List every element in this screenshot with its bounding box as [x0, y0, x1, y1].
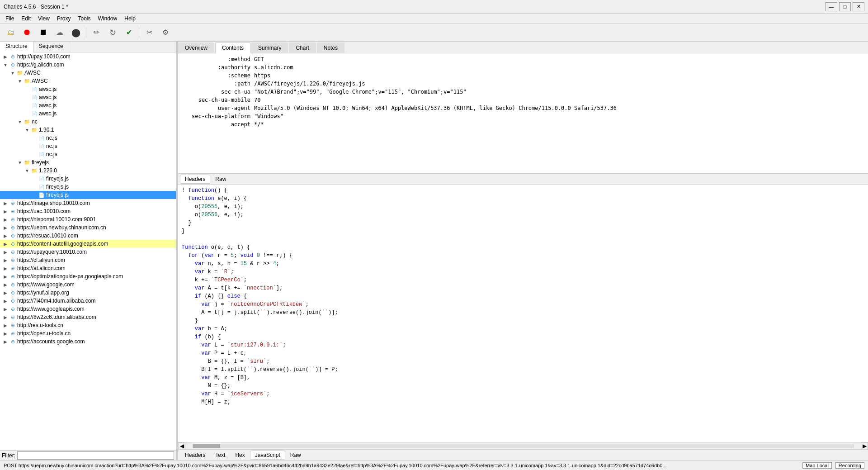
- minimize-button[interactable]: —: [826, 2, 837, 11]
- bottom-sub-tab-hex[interactable]: Hex: [230, 451, 250, 460]
- tab-overview[interactable]: Overview: [178, 43, 214, 53]
- expand-icon[interactable]: ▶: [2, 313, 9, 321]
- tree-item-upay[interactable]: ▶ ⊕ http://upay.10010.com: [0, 52, 176, 61]
- tree-item-google[interactable]: ▶ ⊕ https://www.google.com: [0, 280, 176, 289]
- menu-edit[interactable]: Edit: [18, 14, 34, 23]
- tree-item-fireyejs-version[interactable]: ▼ 📁 1.226.0: [0, 166, 176, 175]
- tree-item-fireyejs-js3[interactable]: ▶ 📄 fireyejs.js: [0, 191, 176, 199]
- tree-item-fireyejs-js1[interactable]: ▶ 📄 fireyejs.js: [0, 175, 176, 183]
- menu-proxy[interactable]: Proxy: [53, 14, 75, 23]
- expand-icon[interactable]: ▶: [2, 216, 9, 223]
- tree-container[interactable]: ▶ ⊕ http://upay.10010.com ▼ ⊕ https://g.…: [0, 52, 176, 450]
- tree-item-at-alicdn[interactable]: ▶ ⊕ https://at.alicdn.com: [0, 264, 176, 272]
- expand-icon[interactable]: ▼: [9, 69, 16, 76]
- tree-item-open-u-tools[interactable]: ▶ ⊕ https://open.u-tools.cn: [0, 329, 176, 337]
- recording-button[interactable]: Recording: [835, 462, 864, 469]
- tab-notes[interactable]: Notes: [317, 43, 344, 53]
- bottom-sub-tab-headers[interactable]: Headers: [180, 451, 210, 460]
- tree-item-optimizationguide[interactable]: ▶ ⊕ https://optimizationguide-pa.googlea…: [0, 272, 176, 280]
- clear-button[interactable]: ⬤: [69, 25, 83, 40]
- expand-icon[interactable]: ▶: [2, 273, 9, 280]
- tree-item-awsc-js2[interactable]: ▶ 📄 awsc.js: [0, 93, 176, 101]
- expand-icon[interactable]: ▼: [16, 118, 24, 125]
- tree-item-awsc-sub[interactable]: ▼ 📁 AWSC: [0, 77, 176, 85]
- menu-file[interactable]: File: [2, 14, 18, 23]
- tab-summary[interactable]: Summary: [251, 43, 288, 53]
- bottom-sub-tab-javascript[interactable]: JavaScript: [250, 451, 285, 460]
- tab-sequence[interactable]: Sequence: [33, 42, 69, 52]
- new-session-button[interactable]: 🗂: [4, 25, 18, 40]
- tree-item-image-shop[interactable]: ▶ ⊕ https://image.shop.10010.com: [0, 199, 176, 207]
- tree-item-ynuf[interactable]: ▶ ⊕ https://ynuf.aliapp.org: [0, 289, 176, 297]
- expand-icon[interactable]: ▶: [2, 289, 9, 296]
- menu-help[interactable]: Help: [121, 14, 139, 23]
- expand-icon[interactable]: ▶: [2, 338, 9, 345]
- tree-item-upayquery[interactable]: ▶ ⊕ https://upayquery.10010.com: [0, 248, 176, 256]
- tree-item-awsc-root[interactable]: ▼ 📁 AWSC: [0, 69, 176, 77]
- expand-icon[interactable]: ▶: [2, 297, 9, 304]
- expand-icon[interactable]: ▶: [2, 240, 9, 247]
- expand-icon[interactable]: ▶: [2, 232, 9, 239]
- expand-icon[interactable]: ▼: [16, 159, 24, 166]
- horizontal-scrollbar[interactable]: ◀ ▶: [178, 442, 868, 449]
- tree-item-g-alicdn[interactable]: ▼ ⊕ https://g.alicdn.com: [0, 61, 176, 69]
- tree-item-cf-aliyun[interactable]: ▶ ⊕ https://cf.aliyun.com: [0, 256, 176, 264]
- expand-icon[interactable]: ▶: [2, 305, 9, 313]
- expand-icon[interactable]: ▶: [2, 322, 9, 329]
- scroll-left-button[interactable]: ◀: [178, 442, 185, 450]
- sub-tab-headers[interactable]: Headers: [180, 175, 210, 184]
- expand-icon[interactable]: ▶: [2, 53, 9, 60]
- tree-item-resuac[interactable]: ▶ ⊕ https://resuac.10010.com: [0, 232, 176, 240]
- expand-icon[interactable]: ▶: [2, 248, 9, 256]
- tree-item-googleapis[interactable]: ▶ ⊕ https://www.googleapis.com: [0, 305, 176, 313]
- compose-button[interactable]: ✏: [89, 25, 104, 40]
- tree-item-content-autofill[interactable]: ▶ ⊕ https://content-autofill.googleapis.…: [0, 240, 176, 248]
- map-local-button[interactable]: Map Local: [802, 462, 832, 469]
- menu-tools[interactable]: Tools: [75, 14, 94, 23]
- expand-icon[interactable]: ▶: [2, 330, 9, 337]
- expand-icon[interactable]: ▼: [16, 77, 24, 85]
- expand-icon[interactable]: ▶: [2, 265, 9, 272]
- record-button[interactable]: ⏺: [20, 25, 34, 40]
- tree-item-uac[interactable]: ▶ ⊕ https://uac.10010.com: [0, 207, 176, 215]
- stop-button[interactable]: ⏹: [36, 25, 51, 40]
- bottom-sub-tab-raw[interactable]: Raw: [285, 451, 306, 460]
- enable-button[interactable]: ✔: [122, 25, 136, 40]
- tab-structure[interactable]: Structure: [0, 42, 33, 52]
- filter-input[interactable]: [17, 451, 174, 460]
- expand-icon[interactable]: ▼: [24, 126, 31, 133]
- expand-icon[interactable]: ▼: [24, 167, 31, 174]
- tab-chart[interactable]: Chart: [289, 43, 316, 53]
- tree-item-res-u-tools[interactable]: ▶ ⊕ http://res.u-tools.cn: [0, 321, 176, 329]
- tree-item-nc[interactable]: ▼ 📁 nc: [0, 118, 176, 126]
- tab-contents[interactable]: Contents: [215, 43, 250, 53]
- expand-icon[interactable]: ▶: [2, 224, 9, 231]
- expand-icon[interactable]: ▶: [2, 208, 9, 215]
- tree-item-awsc-js1[interactable]: ▶ 📄 awsc.js: [0, 85, 176, 93]
- tree-item-nisportal[interactable]: ▶ ⊕ https://nisportal.10010.com:9001: [0, 215, 176, 223]
- menu-window[interactable]: Window: [94, 14, 121, 23]
- tree-item-awsc-js3[interactable]: ▶ 📄 awsc.js: [0, 101, 176, 109]
- tree-item-awsc-js4[interactable]: ▶ 📄 awsc.js: [0, 109, 176, 118]
- tree-item-fireyejs[interactable]: ▼ 📁 fireyejs: [0, 158, 176, 166]
- tree-item-nc-js3[interactable]: ▶ 📄 nc.js: [0, 150, 176, 158]
- throttle-button[interactable]: ☁: [52, 25, 67, 40]
- refresh-button[interactable]: ↻: [105, 25, 120, 40]
- preferences-button[interactable]: ⚙: [158, 25, 173, 40]
- expand-icon[interactable]: ▶: [2, 199, 9, 207]
- settings-button[interactable]: ✂: [142, 25, 156, 40]
- tree-item-7i40m4[interactable]: ▶ ⊕ https://7i40m4.tdum.alibaba.com: [0, 297, 176, 305]
- tree-item-nc-js1[interactable]: ▶ 📄 nc.js: [0, 134, 176, 142]
- tree-item-fireyejs-js2[interactable]: ▶ 📄 fireyejs.js: [0, 183, 176, 191]
- expand-icon[interactable]: ▼: [2, 61, 9, 68]
- close-button[interactable]: ✕: [853, 2, 864, 11]
- tree-item-accounts-google[interactable]: ▶ ⊕ https://accounts.google.com: [0, 337, 176, 346]
- scroll-thumb[interactable]: [193, 444, 220, 448]
- tree-item-nc-js2[interactable]: ▶ 📄 nc.js: [0, 142, 176, 150]
- tree-item-uepm[interactable]: ▶ ⊕ https://uepm.newbuy.chinaunicom.cn: [0, 223, 176, 232]
- tree-item-8w2zc6[interactable]: ▶ ⊕ https://8w2zc6.tdum.alibaba.com: [0, 313, 176, 321]
- expand-icon[interactable]: ▶: [2, 256, 9, 264]
- scroll-right-button[interactable]: ▶: [861, 442, 868, 450]
- maximize-button[interactable]: □: [839, 2, 851, 11]
- sub-tab-raw[interactable]: Raw: [210, 175, 231, 184]
